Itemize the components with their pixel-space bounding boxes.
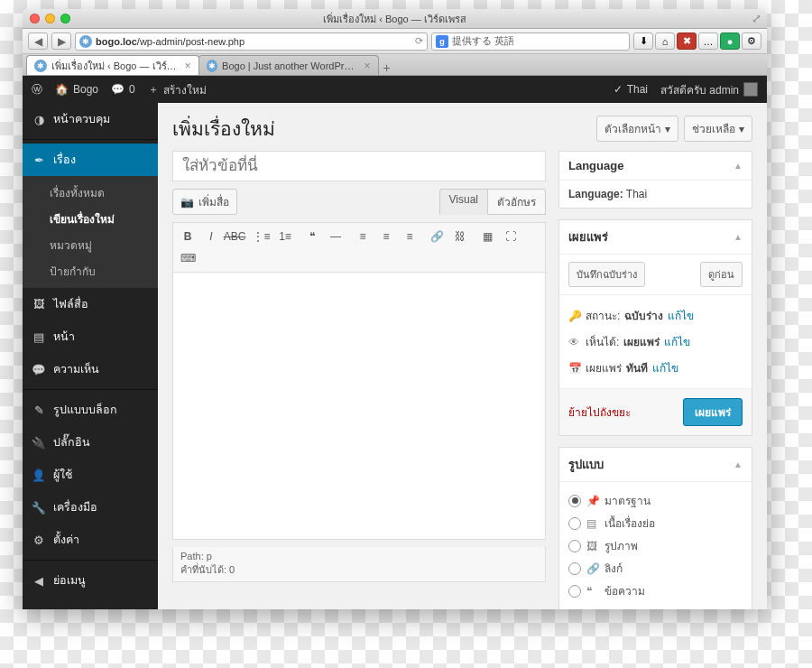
new-content-link[interactable]: ＋ สร้างใหม่ xyxy=(148,81,207,98)
bold-button[interactable]: B xyxy=(177,227,198,246)
radio-icon xyxy=(568,585,581,598)
hr-button[interactable]: — xyxy=(325,227,346,246)
edit-status-link[interactable]: แก้ไข xyxy=(668,307,694,324)
submenu-all-posts[interactable]: เรื่องทั้งหมด xyxy=(23,180,158,206)
move-to-trash-link[interactable]: ย้ายไปถังขยะ xyxy=(568,404,631,421)
ext-home-icon[interactable]: ⌂ xyxy=(655,32,675,50)
tab-close-icon[interactable]: × xyxy=(364,60,371,72)
new-tab-button[interactable]: + xyxy=(378,60,396,75)
menu-separator xyxy=(23,560,158,561)
back-button[interactable]: ◀ xyxy=(28,32,48,50)
format-option-standard[interactable]: 📌มาตรฐาน xyxy=(568,489,743,512)
add-media-button[interactable]: 📷เพิ่มสื่อ xyxy=(172,189,237,215)
ext-settings-icon[interactable]: ⚙ xyxy=(742,32,761,50)
close-icon[interactable] xyxy=(30,14,40,23)
publish-button[interactable]: เผยแพร่ xyxy=(683,398,743,426)
box-header[interactable]: เผยแพร่▲ xyxy=(559,220,752,255)
align-left-button[interactable]: ≡ xyxy=(352,227,374,246)
box-format: รูปแบบ▲ 📌มาตรฐาน ▤เนื้อเรื่องย่อ 🖼รูปภาพ… xyxy=(558,447,752,609)
menu-tools[interactable]: 🔧เครื่องมือ xyxy=(23,491,158,524)
menu-collapse[interactable]: ◀ย่อเมนู xyxy=(23,564,158,597)
menu-settings[interactable]: ⚙ตั้งค่า xyxy=(23,524,158,556)
search-field[interactable]: g 提供する 英語 xyxy=(431,32,630,51)
editor-path: Path: p xyxy=(180,551,538,561)
edit-visibility-link[interactable]: แก้ไข xyxy=(664,333,690,350)
quote-button[interactable]: ❝ xyxy=(301,227,323,246)
align-right-button[interactable]: ≡ xyxy=(399,227,420,246)
ul-button[interactable]: ⋮≡ xyxy=(251,227,272,246)
expand-icon[interactable]: ⤢ xyxy=(752,12,761,25)
menu-users[interactable]: 👤ผู้ใช้ xyxy=(23,459,158,491)
url-toolbar: ◀ ▶ ✱ bogo.loc/wp-admin/post-new.php ⟳ g… xyxy=(23,29,767,54)
save-draft-button[interactable]: บันทึกฉบับร่าง xyxy=(568,262,645,287)
aside-icon: ▤ xyxy=(586,517,599,530)
submenu-new-post[interactable]: เขียนเรื่องใหม่ xyxy=(23,206,158,232)
language-indicator[interactable]: ✓ Thai xyxy=(614,83,648,96)
reload-icon[interactable]: ⟳ xyxy=(415,35,423,47)
preview-button[interactable]: ดูก่อน xyxy=(700,262,743,287)
page-icon: ▤ xyxy=(32,330,46,344)
ol-button[interactable]: 1≡ xyxy=(274,227,296,246)
user-greeting[interactable]: สวัสดีครับ admin xyxy=(660,81,758,98)
editor-toolbar: B I ABC ⋮≡ 1≡ ❝ — ≡ ≡ ≡ 🔗 xyxy=(173,223,545,273)
browser-tab[interactable]: ✱ เพิ่มเรื่องใหม่ ‹ Bogo — เวิร์… × xyxy=(26,55,199,75)
strike-button[interactable]: ABC xyxy=(224,227,245,246)
editor: B I ABC ⋮≡ 1≡ ❝ — ≡ ≡ ≡ 🔗 xyxy=(172,222,546,540)
editor-body[interactable] xyxy=(173,273,545,539)
ext-download-icon[interactable]: ⬇ xyxy=(633,32,653,50)
tab-text[interactable]: ตัวอักษร xyxy=(488,189,546,215)
more-button[interactable]: ▦ xyxy=(476,227,498,246)
window-title: เพิ่มเรื่องใหม่ ‹ Bogo — เวิร์ดเพรส xyxy=(23,11,767,27)
site-link[interactable]: 🏠 Bogo xyxy=(55,83,98,96)
forward-button[interactable]: ▶ xyxy=(51,32,71,50)
menu-media[interactable]: 🖼ไฟล์สื่อ xyxy=(23,288,158,320)
submenu-tags[interactable]: ป้ายกำกับ xyxy=(23,258,158,284)
ext-block-icon[interactable]: ✖ xyxy=(677,32,697,50)
comments-link[interactable]: 💬 0 xyxy=(111,83,135,96)
radio-icon xyxy=(568,495,581,507)
wp-logo-icon[interactable]: ⓦ xyxy=(32,82,42,97)
globe-icon: ✱ xyxy=(79,35,92,48)
help-button[interactable]: ช่วยเหลือ ▾ xyxy=(684,116,752,142)
italic-button[interactable]: I xyxy=(200,227,222,246)
edit-schedule-link[interactable]: แก้ไข xyxy=(652,359,678,376)
menu-dashboard[interactable]: ◑หน้าควบคุม xyxy=(23,103,158,135)
fullscreen-button[interactable]: ⛶ xyxy=(500,227,521,246)
comment-icon: 💬 xyxy=(32,363,46,376)
menu-posts[interactable]: ✒เรื่อง xyxy=(23,144,158,176)
box-header[interactable]: Language▲ xyxy=(559,152,752,181)
menu-separator xyxy=(23,139,158,140)
menu-appearance[interactable]: ✎รูปแบบบล็อก xyxy=(23,394,158,426)
align-center-button[interactable]: ≡ xyxy=(375,227,397,246)
zoom-icon[interactable] xyxy=(60,14,70,23)
format-option-image[interactable]: 🖼รูปภาพ xyxy=(568,534,743,557)
ext-share-icon[interactable]: ● xyxy=(720,32,740,50)
format-option-link[interactable]: 🔗ลิงก์ xyxy=(568,557,743,580)
address-bar[interactable]: ✱ bogo.loc/wp-admin/post-new.php ⟳ xyxy=(75,32,428,51)
format-option-aside[interactable]: ▤เนื้อเรื่องย่อ xyxy=(568,512,743,534)
menu-comments[interactable]: 💬ความเห็น xyxy=(23,353,158,385)
tab-visual[interactable]: Visual xyxy=(439,189,488,215)
brush-icon: ✎ xyxy=(32,404,46,417)
format-option-quote[interactable]: ❝ข้อความ xyxy=(568,580,743,602)
post-title-input[interactable] xyxy=(172,151,546,181)
ext-more-icon[interactable]: … xyxy=(698,32,718,50)
link-button[interactable]: 🔗 xyxy=(426,227,448,246)
toolbar-toggle-button[interactable]: ⌨ xyxy=(177,248,198,268)
page-content: ⓦ 🏠 Bogo 💬 0 ＋ สร้างใหม่ ✓ Thai สวัสดีคร… xyxy=(23,76,767,609)
browser-tab[interactable]: ✱ Bogo | Just another WordPress … × xyxy=(198,55,379,75)
unlink-button[interactable]: ⛓ xyxy=(449,227,471,246)
link-icon: 🔗 xyxy=(586,562,599,575)
tab-close-icon[interactable]: × xyxy=(185,60,191,72)
minimize-icon[interactable] xyxy=(45,14,55,23)
screen-options-button[interactable]: ตัวเลือกหน้า ▾ xyxy=(596,116,678,142)
tab-strip: ✱ เพิ่มเรื่องใหม่ ‹ Bogo — เวิร์… × ✱ Bo… xyxy=(23,54,767,76)
traffic-lights[interactable] xyxy=(30,14,70,23)
box-header[interactable]: รูปแบบ▲ xyxy=(559,448,752,482)
extension-icons: ⬇ ⌂ ✖ … ● ⚙ xyxy=(633,32,761,50)
menu-plugins[interactable]: 🔌ปลั๊กอิน xyxy=(23,426,158,459)
submenu-categories[interactable]: หมวดหมู่ xyxy=(23,232,158,258)
page-header: เพิ่มเรื่องใหม่ ตัวเลือกหน้า ▾ ช่วยเหลือ… xyxy=(172,114,752,144)
menu-pages[interactable]: ▤หน้า xyxy=(23,320,158,353)
favicon-icon: ✱ xyxy=(34,60,47,72)
